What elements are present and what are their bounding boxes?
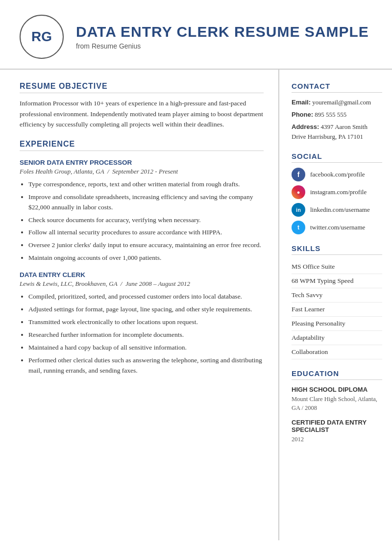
email-label: Email:: [292, 99, 311, 106]
skill-item: 68 WPM Typing Speed: [292, 274, 382, 288]
job-dates-1: September 2012 - Present: [112, 168, 178, 175]
phone-value: 895 555 555: [315, 111, 346, 118]
left-column: RESUME OBJECTIVE Information Processor w…: [0, 70, 279, 540]
bullet-item: Transmitted work electronically to other…: [28, 317, 264, 328]
contact-email: Email: youremail@gmail.com: [292, 98, 382, 107]
logo-initials: RG: [31, 29, 52, 45]
linkedin-icon: in: [292, 203, 305, 217]
edu-degree-1: HIGH SCHOOL DIPLOMA: [292, 386, 382, 393]
job-entry-2: DATA ENTRY CLERK Lewis & Lewis, LLC, Bro…: [20, 271, 264, 376]
main-layout: RESUME OBJECTIVE Information Processor w…: [0, 70, 392, 540]
edu-degree-2: CERTIFIED DATA ENTRY SPECIALIST: [292, 419, 382, 433]
social-twitter: t twitter.com/username: [292, 221, 382, 234]
social-linkedin: in linkedin.com/username: [292, 203, 382, 217]
skill-item: Collaboration: [292, 345, 382, 359]
bullet-item: Maintained a hard copy backup of all sen…: [28, 343, 264, 353]
experience-section: EXPERIENCE SENIOR DATA ENTRY PROCESSOR F…: [20, 140, 264, 376]
skill-item: Fast Learner: [292, 303, 382, 317]
twitter-icon: t: [292, 221, 305, 234]
job-meta-2: Lewis & Lewis, LLC, Brookhaven, GA / Jun…: [20, 280, 264, 288]
objective-title: RESUME OBJECTIVE: [20, 82, 264, 93]
skill-item: Adaptability: [292, 331, 382, 345]
bullet-item: Compiled, prioritized, sorted, and proce…: [28, 292, 264, 302]
instagram-icon: ●: [292, 185, 305, 199]
header-text: DATA ENTRY CLERK RESUME SAMPLE from Resu…: [76, 24, 369, 50]
objective-text: Information Processor with 10+ years of …: [20, 98, 264, 130]
right-column: CONTACT Email: youremail@gmail.com Phone…: [279, 70, 392, 540]
job-company-2: Lewis & Lewis, LLC, Brookhaven, GA: [20, 280, 117, 287]
bullet-item: Researched further information for incom…: [28, 330, 264, 340]
facebook-url: facebook.com/profile: [310, 171, 365, 178]
bullet-item: Check source documents for accuracy, ver…: [28, 215, 264, 226]
bullet-item: Type correspondence, reports, text and o…: [28, 179, 264, 190]
bullet-item: Performed other clerical duties such as …: [28, 355, 264, 376]
bullet-item: Maintain ongoing accounts of over 1,000 …: [28, 253, 264, 263]
address-label: Address:: [292, 123, 319, 130]
contact-phone: Phone: 895 555 555: [292, 110, 382, 120]
job-company-1: Foles Health Group, Atlanta, GA: [20, 168, 104, 175]
email-value: youremail@gmail.com: [312, 99, 371, 106]
skills-title: SKILLS: [292, 244, 382, 255]
facebook-icon: f: [292, 168, 305, 181]
job-bullets-1: Type correspondence, reports, text and o…: [20, 179, 264, 263]
resume-header: RG DATA ENTRY CLERK RESUME SAMPLE from R…: [0, 0, 392, 70]
job-dates-2: June 2008 – August 2012: [125, 280, 190, 287]
bullet-item: Oversee 2 junior clerks' daily input to …: [28, 240, 264, 251]
linkedin-url: linkedin.com/username: [310, 206, 370, 214]
education-title: EDUCATION: [292, 369, 382, 380]
social-instagram: ● instagram.com/profile: [292, 185, 382, 199]
phone-label: Phone:: [292, 111, 313, 118]
job-bullets-2: Compiled, prioritized, sorted, and proce…: [20, 292, 264, 376]
objective-section: RESUME OBJECTIVE Information Processor w…: [20, 82, 264, 130]
job-entry-1: SENIOR DATA ENTRY PROCESSOR Foles Health…: [20, 159, 264, 263]
bullet-item: Improve and consolidate spreadsheets, in…: [28, 192, 264, 213]
edu-meta-2: 2012: [292, 435, 382, 444]
logo-circle: RG: [20, 15, 64, 59]
job-meta-1: Foles Health Group, Atlanta, GA / Septem…: [20, 168, 264, 176]
twitter-url: twitter.com/username: [310, 224, 365, 231]
contact-section: CONTACT Email: youremail@gmail.com Phone…: [292, 82, 382, 142]
instagram-url: instagram.com/profile: [310, 188, 367, 196]
edu-meta-1: Mount Clare High School, Atlanta, GA / 2…: [292, 395, 382, 413]
bullet-item: Follow all internal security procedures …: [28, 227, 264, 238]
social-facebook: f facebook.com/profile: [292, 168, 382, 181]
job-title-1: SENIOR DATA ENTRY PROCESSOR: [20, 159, 264, 166]
bullet-item: Adjusted settings for format, page layou…: [28, 304, 264, 315]
edu-entry-2: CERTIFIED DATA ENTRY SPECIALIST 2012: [292, 419, 382, 444]
experience-title: EXPERIENCE: [20, 140, 264, 151]
skill-item: Pleasing Personality: [292, 317, 382, 331]
skills-section: SKILLS MS Office Suite 68 WPM Typing Spe…: [292, 244, 382, 359]
contact-title: CONTACT: [292, 82, 382, 93]
skill-item: MS Office Suite: [292, 260, 382, 274]
skill-item: Tech Savvy: [292, 288, 382, 303]
job-title-2: DATA ENTRY CLERK: [20, 271, 264, 278]
education-section: EDUCATION HIGH SCHOOL DIPLOMA Mount Clar…: [292, 369, 382, 444]
social-section: SOCIAL f facebook.com/profile ● instagra…: [292, 152, 382, 234]
contact-address: Address: 4397 Aaron Smith Drive Harrisbu…: [292, 122, 382, 142]
edu-entry-1: HIGH SCHOOL DIPLOMA Mount Clare High Sch…: [292, 386, 382, 413]
social-title: SOCIAL: [292, 152, 382, 163]
resume-subtitle: from Resume Genius: [76, 42, 369, 50]
resume-title: DATA ENTRY CLERK RESUME SAMPLE: [76, 24, 369, 40]
